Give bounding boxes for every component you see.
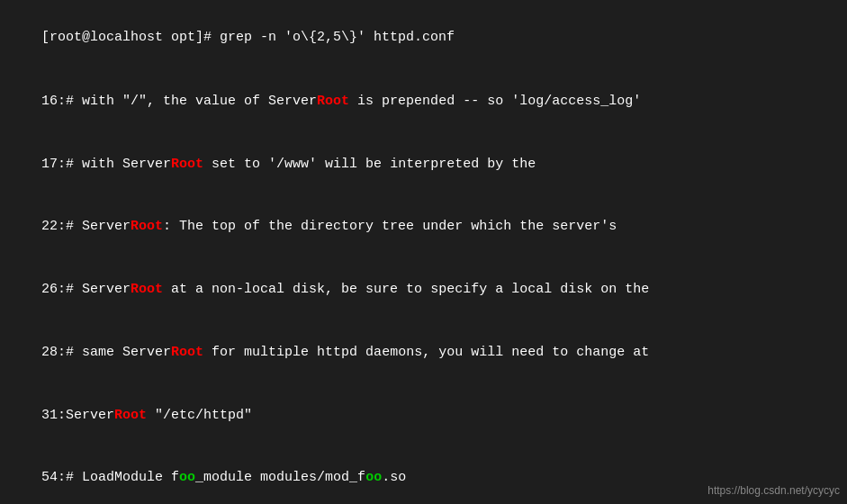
terminal-window: [root@localhost opt]# grep -n 'o\{2,5\}'… xyxy=(0,0,847,504)
output-line-28: 28:# same ServerRoot for multiple httpd … xyxy=(9,321,838,384)
output-line-31: 31:ServerRoot "/etc/httpd" xyxy=(9,383,838,446)
command-prompt: [root@localhost opt]# grep -n 'o\{2,5\}'… xyxy=(9,7,838,68)
output-line-22: 22:# ServerRoot: The top of the director… xyxy=(9,195,838,258)
prompt-text: [root@localhost opt]# grep -n 'o\{2,5\}'… xyxy=(41,30,455,45)
watermark: https://blog.csdn.net/ycycyc xyxy=(707,484,840,497)
output-line-17: 17:# with ServerRoot set to '/www' will … xyxy=(9,132,838,195)
output-line-26: 26:# ServerRoot at a non-local disk, be … xyxy=(9,258,838,321)
output-line-16: 16:# with "/", the value of ServerRoot i… xyxy=(9,70,838,133)
